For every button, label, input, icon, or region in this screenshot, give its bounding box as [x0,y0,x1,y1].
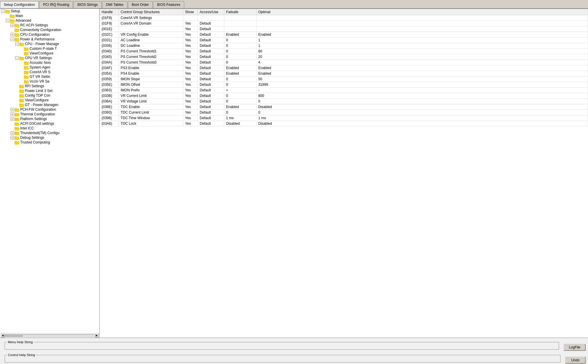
scrollbar-track [5,334,95,337]
table-row[interactable]: (034F)PS3 EnableYesDefaultEnabledEnabled [100,65,588,71]
table-row[interactable]: (034A)PS Current Threshold3YesDefault04 [100,60,588,65]
tree-expander-rc-acpi[interactable]: + [11,23,14,27]
table-row[interactable]: (033B)VR Current LimitYesDefault0800 [100,93,588,99]
table-row[interactable]: (0393)TDC Current LimitYesDefault00 [100,110,588,115]
tree-expander-platform-settings[interactable]: + [11,117,14,121]
tree-item-connectivity[interactable]: Connectivity Configuration [0,28,99,32]
folder-icon-rc-acpi [15,23,19,27]
table-row[interactable]: (01F8)Core/IA VR Settings [100,15,588,21]
cell-failsafe-5: 0 [224,43,257,49]
tree-expander-power-perf[interactable]: − [11,37,14,41]
scroll-left-button[interactable]: ◀ [1,334,5,338]
tree-item-gt-vr-settings[interactable]: GT VR Settin [0,74,99,79]
table-row[interactable]: (03A6)TDC LockYesDefaultDisabledDisabled [100,121,588,127]
tree-item-setup[interactable]: − Setup [0,9,99,13]
tab-bios-features[interactable]: BIOS Features [153,1,184,8]
tree-item-power-limit-3[interactable]: Power Limit 3 Set [0,88,99,93]
folder-icon-custom-pstate [24,47,29,51]
tree-item-advanced[interactable]: − Advanced [0,18,99,23]
tree-label-main: Main [16,14,23,18]
table-row[interactable]: (0359)IMON SlopeYesDefault050 [100,76,588,82]
folder-icon-platform-settings [15,117,19,121]
tree-item-view-configure2[interactable]: View/Configure [0,98,99,102]
tree-item-custom-pstate[interactable]: Custom P-state T [0,46,99,51]
tree-item-acoustic-noise[interactable]: Acoustic Nois [0,60,99,65]
cell-control-12: IMON Offset [119,82,183,88]
tree-expander-cpu-power-manage[interactable]: − [15,42,19,46]
cell-optimal-4: 1 [257,37,588,43]
cell-failsafe-1 [224,21,257,26]
tree-item-gt-power-manage[interactable]: GT - Power Managen [0,102,99,107]
table-row[interactable]: (0336)DC LoadlineYesDefault01 [100,43,588,49]
tree-item-system-agent[interactable]: System Agen [0,65,99,70]
table-row[interactable]: (0354)PS4 EnableYesDefaultEnabledEnabled [100,71,588,76]
cell-failsafe-2 [224,26,257,32]
tree-item-config-tdp[interactable]: Config TDP Con [0,93,99,98]
cell-access-16: Default [198,104,224,110]
tree-expander-setup[interactable]: − [1,9,5,13]
table-row[interactable]: (0363) IMON PrefixYesDefault+- [100,88,588,93]
tree-item-main[interactable]: Main [0,13,99,18]
tree-item-cpu-vr-settings[interactable]: − CPU VR Settings [0,56,99,60]
tree-item-thermal-config[interactable]: + Thermal Configuration [0,112,99,117]
tab-dmi-tables[interactable]: DMI Tables [102,1,127,8]
tree-item-rfi-settings[interactable]: RFI Settings [0,84,99,88]
table-row[interactable]: (0398)TDC Time WindowYesDefault1 ms1 ms [100,115,588,121]
tree-item-rc-acpi[interactable]: + RC ACPI Settings [0,23,99,28]
svg-rect-8 [10,19,11,20]
tree-item-acpi-d3cold[interactable]: ACPI D3Cold settings [0,121,99,126]
cell-handle-18: (0398) [100,115,119,121]
tree-item-intel-icc[interactable]: Intel ICC [0,126,99,131]
table-row[interactable]: (001E)YesDefault [100,26,588,32]
tab-boot-order[interactable]: Boot Order [128,1,153,8]
cell-access-4: Default [198,37,224,43]
tree-item-power-perf[interactable]: − Power & Performance [0,37,99,42]
undo-button[interactable]: Undo [565,357,586,364]
tree-expander-debug-settings[interactable]: + [11,136,14,139]
cell-failsafe-10: Enabled [224,71,257,76]
tree-item-platform-settings[interactable]: + Platform Settings [0,117,99,121]
tree-expander-thunderbolt[interactable]: + [11,131,14,135]
cell-control-0: Core/IA VR Settings [119,15,183,21]
cell-failsafe-19: Disabled [224,121,257,127]
table-row[interactable]: (036A)VR Voltage LimitYesDefault00 [100,99,588,104]
cell-show-5: Yes [183,43,198,49]
tree-item-core-ia-vr[interactable]: Core/IA VR S [0,70,99,74]
svg-rect-77 [15,127,16,128]
tree-item-debug-settings[interactable]: + Debug Settings [0,135,99,140]
tree-horizontal-scrollbar[interactable]: ◀ ▶ [0,333,99,338]
tree-item-vccin-vr[interactable]: VccIn VR Se [0,79,99,84]
tree-expander-pch-fw[interactable]: + [11,108,14,111]
table-row[interactable]: (0331)AC LoadlineYesDefault01 [100,37,588,43]
table-row[interactable]: (038E)TDC EnableYesDefaultEnabledDisable… [100,104,588,110]
tab-setup-configuration[interactable]: Setup Configuration [0,1,39,8]
tree-expander-cpu-vr-settings[interactable]: − [15,56,19,60]
cell-handle-5: (0336) [100,43,119,49]
scroll-right-button[interactable]: ▶ [95,334,99,338]
folder-icon-view-configure2 [19,98,24,102]
cell-show-10: Yes [183,71,198,76]
tree-item-pch-fw[interactable]: + PCH-FW Configuration [0,107,99,112]
table-row[interactable]: (032C)VR Config EnableYesDefaultEnabledE… [100,32,588,37]
folder-icon-cpu-power-manage [19,42,24,46]
cell-handle-12: (035E) [100,82,119,88]
tree-expander-thermal-config[interactable]: + [11,112,14,116]
cell-handle-15: (036A) [100,99,119,104]
table-row[interactable]: (01F9)Core/IA VR DomainYesDefault [100,21,588,26]
tree-item-thunderbolt[interactable]: + Thunderbolt(TM) Configu [0,131,99,135]
scrollbar-thumb[interactable] [5,335,23,336]
logfile-button[interactable]: LogFile [564,344,586,351]
tree-item-cpu-config[interactable]: + CPU Configuration [0,32,99,37]
tree-item-trusted-computing[interactable]: Trusted Computing [0,140,99,145]
table-row[interactable]: (0345)PS Current Threshold2YesDefault020 [100,54,588,60]
tree-expander-advanced[interactable]: − [6,19,9,22]
tab-bios-strings[interactable]: BIOS Strings [74,1,101,8]
tab-pci-irq-routing[interactable]: PCI IRQ Routing [39,1,73,8]
tree-item-cpu-power-manage[interactable]: − CPU - Power Manage [0,42,99,46]
col-header-control-group-structures: Control Group Structures [119,9,183,15]
table-row[interactable]: (0340)PS Current Threshold1YesDefault080 [100,49,588,54]
table-row[interactable]: (035E)IMON OffsetYesDefault031999 [100,82,588,88]
col-header-show: Show [183,9,198,15]
tree-expander-cpu-config[interactable]: + [11,33,14,36]
tree-item-view-configure1[interactable]: View/Configure [0,51,99,56]
